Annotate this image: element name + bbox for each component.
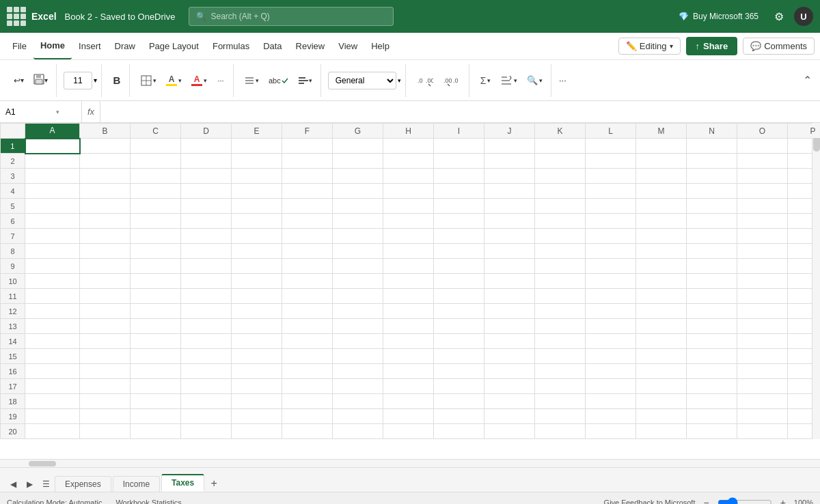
cell-I10[interactable]	[434, 274, 484, 289]
formula-button[interactable]: fx	[82, 101, 100, 122]
cell-D12[interactable]	[181, 304, 232, 319]
cell-H5[interactable]	[383, 199, 434, 214]
cell-J3[interactable]	[484, 169, 535, 184]
cell-O5[interactable]	[737, 199, 788, 214]
cell-D5[interactable]	[181, 199, 232, 214]
cell-L5[interactable]	[586, 199, 636, 214]
cell-C18[interactable]	[131, 394, 181, 409]
cell-F15[interactable]	[282, 349, 333, 364]
cell-D6[interactable]	[181, 214, 232, 229]
cell-I17[interactable]	[434, 379, 484, 394]
row-header-2[interactable]: 2	[1, 154, 25, 169]
col-header-P[interactable]: P	[788, 124, 821, 139]
cell-K7[interactable]	[535, 229, 586, 244]
col-header-D[interactable]: D	[181, 124, 232, 139]
feedback-label[interactable]: Give Feedback to Microsoft	[604, 499, 696, 505]
cell-L14[interactable]	[586, 334, 636, 349]
cell-H15[interactable]	[383, 349, 434, 364]
cell-A11[interactable]	[25, 289, 80, 304]
row-header-16[interactable]: 16	[1, 364, 25, 379]
cell-L13[interactable]	[586, 319, 636, 334]
cell-G7[interactable]	[333, 229, 383, 244]
cell-E20[interactable]	[232, 424, 282, 439]
cell-G2[interactable]	[333, 154, 383, 169]
cell-G15[interactable]	[333, 349, 383, 364]
cell-M17[interactable]	[636, 379, 687, 394]
cell-D13[interactable]	[181, 319, 232, 334]
cell-D2[interactable]	[181, 154, 232, 169]
cell-N14[interactable]	[687, 334, 737, 349]
cell-L2[interactable]	[586, 154, 636, 169]
sort-button[interactable]: ▾	[496, 68, 521, 93]
cell-L9[interactable]	[586, 259, 636, 274]
cell-I19[interactable]	[434, 409, 484, 424]
menu-review[interactable]: Review	[289, 33, 332, 59]
cell-K5[interactable]	[535, 199, 586, 214]
cell-C9[interactable]	[131, 259, 181, 274]
more-ribbon-button[interactable]: ···	[554, 68, 571, 93]
cell-G11[interactable]	[333, 289, 383, 304]
cell-D4[interactable]	[181, 184, 232, 199]
cell-I13[interactable]	[434, 319, 484, 334]
col-header-C[interactable]: C	[131, 124, 181, 139]
col-header-N[interactable]: N	[687, 124, 737, 139]
cell-F5[interactable]	[282, 199, 333, 214]
cell-N5[interactable]	[687, 199, 737, 214]
cell-L1[interactable]	[586, 139, 636, 154]
menu-draw[interactable]: Draw	[108, 33, 142, 59]
cell-G5[interactable]	[333, 199, 383, 214]
zoom-slider[interactable]	[718, 497, 772, 505]
cell-O13[interactable]	[737, 319, 788, 334]
row-header-15[interactable]: 15	[1, 349, 25, 364]
more-font-button[interactable]: ···	[213, 68, 229, 93]
cell-D16[interactable]	[181, 364, 232, 379]
add-sheet-button[interactable]: +	[206, 475, 222, 492]
cell-D20[interactable]	[181, 424, 232, 439]
col-header-K[interactable]: K	[535, 124, 586, 139]
cell-D17[interactable]	[181, 379, 232, 394]
cell-H3[interactable]	[383, 169, 434, 184]
cell-B19[interactable]	[80, 409, 131, 424]
cell-O18[interactable]	[737, 394, 788, 409]
save-button[interactable]: ▾	[29, 68, 52, 93]
cell-D9[interactable]	[181, 259, 232, 274]
row-header-20[interactable]: 20	[1, 424, 25, 439]
scroll-tabs-right-button[interactable]: ▶	[22, 477, 37, 492]
cell-reference-box[interactable]: ▾	[0, 101, 82, 122]
cell-J9[interactable]	[484, 259, 535, 274]
cell-M13[interactable]	[636, 319, 687, 334]
cell-J16[interactable]	[484, 364, 535, 379]
cell-K2[interactable]	[535, 154, 586, 169]
cell-L4[interactable]	[586, 184, 636, 199]
cell-C16[interactable]	[131, 364, 181, 379]
cell-O2[interactable]	[737, 154, 788, 169]
cell-G3[interactable]	[333, 169, 383, 184]
cell-B12[interactable]	[80, 304, 131, 319]
cell-C15[interactable]	[131, 349, 181, 364]
cell-N3[interactable]	[687, 169, 737, 184]
cell-M15[interactable]	[636, 349, 687, 364]
cell-E7[interactable]	[232, 229, 282, 244]
cell-K13[interactable]	[535, 319, 586, 334]
cell-O7[interactable]	[737, 229, 788, 244]
cell-B15[interactable]	[80, 349, 131, 364]
cell-G12[interactable]	[333, 304, 383, 319]
cell-O20[interactable]	[737, 424, 788, 439]
cell-I18[interactable]	[434, 394, 484, 409]
sheet-tab-income[interactable]: Income	[113, 476, 160, 492]
cell-M4[interactable]	[636, 184, 687, 199]
cell-E14[interactable]	[232, 334, 282, 349]
cell-H12[interactable]	[383, 304, 434, 319]
row-header-4[interactable]: 4	[1, 184, 25, 199]
cell-O15[interactable]	[737, 349, 788, 364]
cell-N12[interactable]	[687, 304, 737, 319]
row-header-13[interactable]: 13	[1, 319, 25, 334]
cell-L12[interactable]	[586, 304, 636, 319]
cell-M12[interactable]	[636, 304, 687, 319]
scroll-tabs-left-button[interactable]: ◀	[5, 477, 20, 492]
cell-B7[interactable]	[80, 229, 131, 244]
sheet-tab-expenses[interactable]: Expenses	[55, 476, 111, 492]
spell-check-button[interactable]: abc	[264, 68, 292, 93]
cell-F11[interactable]	[282, 289, 333, 304]
cell-J1[interactable]	[484, 139, 535, 154]
